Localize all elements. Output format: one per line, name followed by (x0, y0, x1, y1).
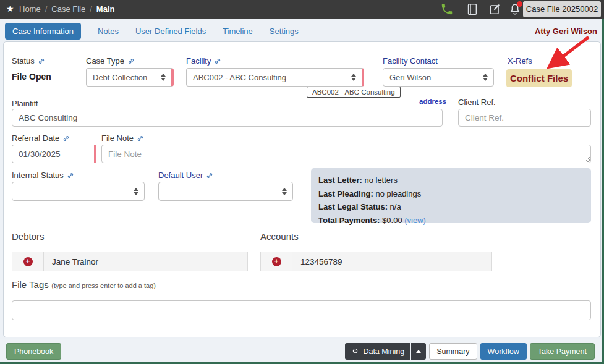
data-mining-split-button: Data Mining (345, 343, 426, 360)
plaintiff-label: Plaintiff (12, 99, 38, 108)
referral-date-label: Referral Date (12, 133, 59, 143)
select-caret-icon (161, 74, 166, 81)
phone-icon[interactable] (440, 2, 454, 16)
breadcrumb: Home/Case File/Main (19, 0, 114, 19)
facility-tooltip: ABC002 - ABC Consulting (307, 87, 401, 98)
top-bar: ★ Home/Case File/Main Case File 20250002 (0, 0, 604, 19)
case-type-label-row: Case Type (86, 56, 135, 66)
add-debtor-icon[interactable]: + (23, 257, 33, 266)
status-link-icon[interactable] (38, 57, 45, 65)
status-value: File Open (12, 72, 51, 82)
breadcrumb-current-main: Main (96, 4, 115, 14)
summary-button[interactable]: Summary (429, 343, 477, 360)
select-caret-icon (483, 74, 488, 81)
compose-icon[interactable] (488, 2, 502, 16)
breadcrumb-separator: / (45, 4, 48, 14)
xrefs-label: X-Refs (508, 56, 532, 66)
footer-bar: Phonebook Data Mining Summary Workflow T… (0, 339, 604, 364)
total-payments-row: Total Payments: $0.00 (view) (318, 214, 584, 227)
breadcrumb-separator: / (90, 4, 92, 14)
account-icon-cell: + (260, 252, 292, 271)
case-type-label: Case Type (86, 56, 124, 66)
power-icon (351, 347, 359, 355)
breadcrumb-home[interactable]: Home (19, 4, 41, 14)
last-legal-status-row: Last Legal Status: n/a (318, 200, 584, 214)
debtors-header: Debtors (12, 231, 249, 247)
debtor-icon-cell: + (12, 252, 44, 271)
case-type-select[interactable]: Debt Collection (86, 68, 174, 87)
favorite-star-icon[interactable]: ★ (6, 4, 14, 14)
account-number[interactable]: 123456789 (292, 252, 492, 271)
select-caret-icon (134, 188, 138, 195)
footer-actions: Data Mining Summary Workflow Take Paymen… (345, 343, 595, 360)
file-note-label-row: File Note (101, 133, 144, 143)
file-tags-header: File Tags (type and press enter to add a… (12, 279, 591, 295)
tab-settings[interactable]: Settings (270, 27, 299, 36)
file-note-link-icon[interactable] (137, 135, 144, 142)
select-caret-icon (282, 188, 287, 195)
account-row[interactable]: + 123456789 (260, 252, 492, 271)
file-note-field-wrap (101, 145, 591, 163)
debtors-title: Debtors (12, 231, 45, 242)
file-tags-input[interactable] (12, 300, 591, 320)
tab-user-defined-fields[interactable]: User Defined Fields (135, 27, 206, 36)
plaintiff-input[interactable] (12, 109, 443, 127)
facility-contact-select[interactable]: Geri Wilson (383, 68, 494, 87)
accounts-title: Accounts (260, 231, 299, 242)
default-user-select[interactable] (158, 182, 293, 201)
facility-label-row: Facility (186, 56, 221, 66)
select-caret-icon (351, 74, 356, 81)
data-mining-dropup-button[interactable] (411, 343, 426, 360)
debtor-row[interactable]: + Jane Trainor (12, 252, 248, 271)
data-mining-button[interactable]: Data Mining (345, 343, 410, 360)
status-label: Status (12, 56, 35, 66)
default-user-label[interactable]: Default User (158, 171, 203, 180)
take-payment-button[interactable]: Take Payment (530, 343, 595, 360)
address-link[interactable]: address (419, 98, 446, 105)
add-account-icon[interactable]: + (272, 257, 281, 266)
facility-select[interactable]: ABC002 - ABC Consulting (186, 68, 364, 87)
breadcrumb-case-file[interactable]: Case File (51, 4, 85, 14)
book-icon[interactable] (466, 2, 479, 16)
tab-bar: Case Information Notes User Defined Fiel… (5, 23, 299, 40)
phonebook-button[interactable]: Phonebook (6, 343, 61, 360)
file-tags-hint: (type and press enter to add a tag) (51, 282, 156, 289)
case-information-panel: Status Case Type Facility Facility Conta… (3, 41, 601, 337)
client-ref-label: Client Ref. (458, 98, 496, 107)
accounts-header: Accounts (260, 231, 492, 247)
file-note-input[interactable] (101, 145, 591, 163)
window-edge-bottom (0, 362, 604, 364)
facility-link-icon[interactable] (214, 57, 221, 65)
case-file-page: ★ Home/Case File/Main Case File 20250002… (0, 0, 604, 364)
internal-status-label-row: Internal Status (12, 171, 74, 180)
referral-date-link-icon[interactable] (62, 135, 70, 142)
debtor-name[interactable]: Jane Trainor (44, 252, 248, 271)
conflict-files-button[interactable]: Conflict Files (506, 69, 572, 87)
status-label-row: Status (12, 56, 45, 66)
bell-icon[interactable] (508, 2, 522, 16)
last-pleading-row: Last Pleading: no pleadings (318, 187, 584, 201)
attorney-name: Atty Geri Wilson (535, 27, 597, 36)
file-tags-title: File Tags (12, 279, 49, 290)
referral-date-label-row: Referral Date (12, 133, 70, 143)
notification-badge (517, 1, 522, 7)
default-user-link-icon[interactable] (206, 172, 213, 179)
internal-status-label: Internal Status (12, 171, 64, 180)
tab-notes[interactable]: Notes (98, 27, 119, 36)
tab-timeline[interactable]: Timeline (223, 27, 253, 36)
last-letter-row: Last Letter: no letters (318, 174, 584, 187)
client-ref-input[interactable] (458, 109, 591, 127)
facility-label[interactable]: Facility (186, 56, 211, 66)
internal-status-select[interactable] (12, 182, 145, 201)
internal-status-link-icon[interactable] (67, 172, 74, 179)
view-payments-link[interactable]: (view) (404, 216, 426, 225)
file-note-label: File Note (101, 133, 134, 143)
referral-date-input[interactable] (12, 145, 96, 163)
case-summary-box: Last Letter: no letters Last Pleading: n… (311, 168, 591, 223)
facility-contact-label: Facility Contact (383, 56, 438, 66)
default-user-label-row: Default User (158, 171, 213, 180)
caret-up-icon (416, 350, 421, 353)
case-type-link-icon[interactable] (127, 57, 135, 65)
tab-case-information[interactable]: Case Information (5, 23, 81, 40)
workflow-button[interactable]: Workflow (480, 343, 527, 360)
